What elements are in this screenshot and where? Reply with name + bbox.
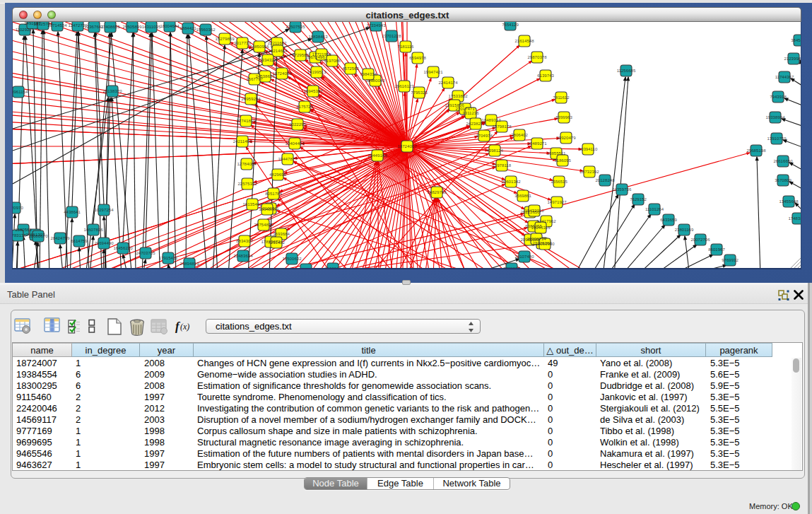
svg-text:7629152: 7629152 [630,197,647,201]
svg-text:11978118: 11978118 [493,163,512,168]
svg-text:4829696: 4829696 [269,172,286,177]
svg-text:19338994: 19338994 [765,115,785,119]
svg-text:21239984: 21239984 [784,56,801,61]
svg-text:18724007: 18724007 [397,144,417,148]
svg-text:8601967: 8601967 [708,247,725,252]
svg-text:29754830: 29754830 [254,222,273,227]
svg-text:25945397: 25945397 [303,88,323,93]
svg-text:22575332: 22575332 [237,181,257,186]
svg-text:4704974: 4704974 [476,133,493,138]
svg-text:22483624: 22483624 [233,253,253,258]
svg-text:1693684: 1693684 [273,231,290,236]
svg-text:23701228: 23701228 [382,33,401,38]
svg-text:2175729: 2175729 [296,104,313,109]
svg-text:4572562: 4572562 [342,66,359,71]
svg-text:10297254: 10297254 [94,207,114,212]
svg-text:23801169: 23801169 [675,227,694,232]
svg-text:13455648: 13455648 [779,199,799,204]
svg-text:9186095: 9186095 [554,158,571,163]
svg-text:14607816: 14607816 [83,227,103,232]
svg-text:24238273: 24238273 [466,121,486,126]
svg-text:7293482: 7293482 [268,240,285,245]
svg-text:(x): (x) [180,322,189,332]
svg-text:14829768: 14829768 [427,189,447,194]
svg-text:1884421: 1884421 [180,25,196,30]
svg-text:15560362: 15560362 [196,27,216,32]
svg-text:20601342: 20601342 [501,179,521,184]
svg-text:18838463: 18838463 [308,34,328,39]
svg-text:17334943: 17334943 [366,23,386,28]
svg-text:3806402: 3806402 [511,132,528,137]
svg-text:6433659: 6433659 [660,217,677,222]
svg-text:8399963: 8399963 [555,115,572,119]
svg-text:21614548: 21614548 [514,38,534,43]
svg-text:1567797: 1567797 [246,76,263,81]
svg-text:7943918: 7943918 [770,94,787,99]
svg-text:16724068: 16724068 [272,71,292,76]
svg-text:29616123: 29616123 [394,83,414,88]
svg-text:9317733: 9317733 [234,40,251,45]
svg-text:24211469: 24211469 [233,139,252,144]
svg-text:8051784: 8051784 [265,191,282,196]
svg-text:20128248: 20128248 [595,177,615,182]
svg-text:29870378: 29870378 [527,54,547,59]
svg-text:6618841: 6618841 [324,266,341,269]
svg-text:20080670: 20080670 [28,233,48,238]
svg-text:6139743: 6139743 [537,73,554,78]
svg-text:29449146: 29449146 [367,153,387,158]
svg-text:3311236: 3311236 [462,110,479,115]
svg-text:19447877: 19447877 [278,156,298,161]
svg-text:11359736: 11359736 [613,187,632,192]
svg-text:3894878: 3894878 [259,206,276,211]
svg-text:3569861: 3569861 [514,193,531,198]
svg-text:19947421: 19947421 [423,69,443,74]
svg-text:16135442: 16135442 [242,201,262,206]
svg-text:13910759: 13910759 [767,136,787,141]
svg-text:3334323: 3334323 [259,57,276,62]
svg-text:7181116: 7181116 [398,44,414,49]
svg-text:28424799: 28424799 [50,235,70,240]
svg-text:22211662: 22211662 [268,40,287,45]
svg-text:29685198: 29685198 [746,148,766,153]
svg-text:16500632: 16500632 [282,256,302,261]
svg-text:22507535: 22507535 [286,24,305,29]
svg-text:28107480: 28107480 [514,254,534,259]
svg-text:24063960: 24063960 [535,241,555,246]
svg-text:15279859: 15279859 [215,36,235,41]
svg-text:3670809: 3670809 [775,177,792,182]
svg-text:11101264: 11101264 [645,206,664,211]
svg-text:7795325: 7795325 [411,90,428,95]
svg-text:22980040: 22980040 [365,78,385,83]
svg-text:11029225: 11029225 [16,27,35,32]
svg-text:20072706: 20072706 [690,237,710,242]
svg-text:10394110: 10394110 [579,146,598,151]
svg-text:8834307: 8834307 [236,238,253,243]
svg-text:19246315: 19246315 [531,225,551,230]
svg-text:1556515: 1556515 [551,179,567,184]
svg-text:6614759: 6614759 [71,238,88,243]
svg-text:14311035: 14311035 [142,24,161,29]
svg-text:24959294: 24959294 [241,96,261,101]
svg-text:6594978: 6594978 [409,55,426,60]
svg-text:3845877: 3845877 [791,37,801,42]
svg-text:7654129: 7654129 [502,22,519,27]
svg-text:22414174: 22414174 [438,80,458,85]
svg-text:4438641: 4438641 [64,209,81,214]
svg-text:18961154: 18961154 [13,89,28,94]
svg-text:4398124: 4398124 [486,148,503,153]
svg-text:28732392: 28732392 [579,169,599,174]
svg-text:14971927: 14971927 [547,199,567,204]
svg-text:17533802: 17533802 [448,93,468,98]
svg-text:9022295: 9022295 [289,122,306,127]
svg-text:24894819: 24894819 [180,261,199,266]
svg-text:9769932: 9769932 [722,257,739,262]
svg-text:17915411: 17915411 [159,255,178,260]
svg-text:12417962: 12417962 [536,218,556,223]
svg-text:23489271: 23489271 [527,141,547,146]
svg-text:20138370: 20138370 [102,88,122,93]
svg-text:7811612: 7811612 [553,95,570,100]
svg-text:25505899: 25505899 [122,24,142,29]
svg-text:7984334: 7984334 [360,71,377,76]
svg-text:26616650: 26616650 [773,158,793,163]
svg-text:29920479: 29920479 [556,135,576,140]
